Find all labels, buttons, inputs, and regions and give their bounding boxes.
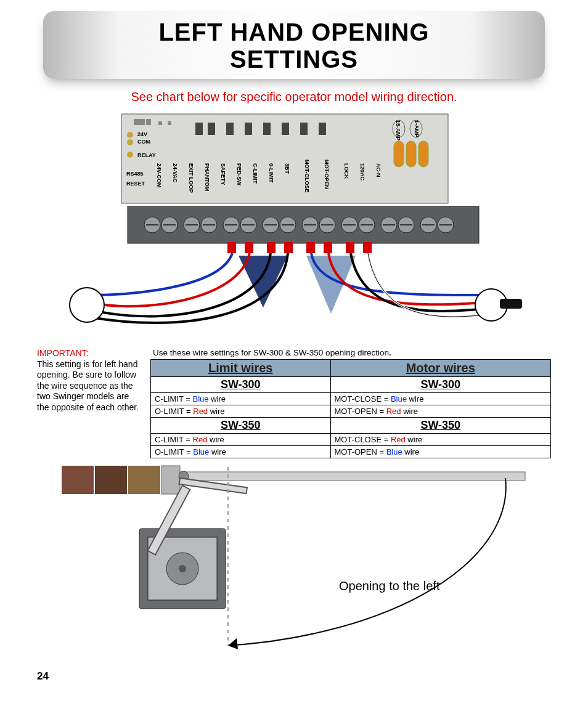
- page-title-line2: SETTINGS: [230, 46, 358, 73]
- terminal-label: MOT-OPEN: [324, 160, 330, 189]
- svg-rect-12: [319, 123, 326, 135]
- svg-rect-61: [363, 242, 372, 253]
- table-cell: C-LIMIT = Red wire: [151, 434, 331, 446]
- side-label: 24V: [137, 131, 147, 137]
- svg-rect-62: [500, 299, 522, 309]
- wiring-diagram: 24V COM RELAY RS485 RESET 15-AMP 1-AMP 2…: [54, 110, 534, 344]
- fuse-label: 15-AMP: [395, 120, 401, 140]
- terminal-label: MOT-CLOSE: [304, 160, 310, 193]
- terminal-label: PED-SW: [236, 163, 242, 186]
- svg-point-14: [127, 139, 133, 145]
- side-label: COM: [137, 139, 150, 145]
- opening-direction-label: Opening to the left: [339, 579, 440, 593]
- side-label: RS485: [126, 171, 144, 177]
- table-cell: MOT-CLOSE = Red wire: [330, 434, 551, 446]
- svg-rect-58: [306, 242, 315, 253]
- svg-rect-6: [208, 123, 215, 135]
- svg-rect-5: [195, 123, 203, 135]
- model-cell: SW-350: [151, 418, 331, 434]
- terminal-label: C-LIMIT: [252, 163, 258, 184]
- terminal-label: 24V-COM: [156, 163, 162, 188]
- table-cell: O-LIMIT = Red wire: [151, 405, 331, 418]
- table-cell: C-LIMIT = Blue wire: [151, 393, 331, 405]
- svg-point-72: [179, 565, 186, 572]
- important-label: IMPORTANT:: [37, 348, 89, 358]
- important-note: IMPORTANT: This setting is for left hand…: [37, 348, 150, 458]
- table-cell: O-LIMIT = Blue wire: [151, 446, 331, 458]
- svg-rect-67: [180, 472, 525, 481]
- side-label: RESET: [126, 181, 145, 187]
- svg-rect-11: [300, 123, 308, 135]
- terminal-label: SAFETY: [220, 163, 226, 185]
- model-cell: SW-350: [330, 418, 551, 434]
- left-cable-end-icon: [70, 288, 104, 322]
- svg-rect-8: [245, 123, 252, 135]
- page-number: 24: [37, 670, 551, 683]
- svg-rect-54: [227, 242, 236, 253]
- terminal-label: LOCK: [343, 163, 349, 179]
- terminal-label: 3BT: [284, 163, 290, 174]
- svg-rect-2: [146, 119, 151, 125]
- gate-opening-diagram: Opening to the left: [37, 461, 542, 652]
- terminal-label: 24-VAC: [172, 163, 178, 183]
- col-header-limit: Limit wires: [151, 360, 331, 377]
- svg-rect-4: [168, 121, 171, 125]
- terminal-label: 120AC: [359, 163, 365, 181]
- terminal-label: EXIT LOOP: [188, 163, 194, 193]
- important-text: This setting is for left hand opening. B…: [37, 359, 139, 412]
- wire-settings-table: Limit wires Motor wires SW-300 SW-300 C-…: [150, 359, 551, 458]
- side-label: RELAY: [137, 152, 156, 158]
- table-cell: MOT-OPEN = Red wire: [330, 405, 551, 418]
- svg-rect-63: [62, 466, 94, 494]
- terminal-label: PHANTOM: [204, 163, 210, 191]
- svg-rect-18: [394, 141, 404, 167]
- table-cell: MOT-OPEN = Blue wire: [330, 446, 551, 458]
- svg-rect-7: [226, 123, 234, 135]
- page-title-bar: LEFT HAND OPENING SETTINGS: [43, 11, 545, 79]
- fuse-label: 1-AMP: [414, 120, 420, 137]
- svg-rect-3: [158, 121, 162, 125]
- svg-rect-19: [406, 141, 416, 167]
- model-cell: SW-300: [330, 377, 551, 393]
- model-cell: SW-300: [151, 377, 331, 393]
- page-subtitle: See chart below for specific operator mo…: [37, 90, 551, 104]
- svg-rect-20: [419, 141, 428, 167]
- table-caption: Use these wire settings for SW-300 & SW-…: [153, 348, 551, 357]
- svg-marker-75: [228, 638, 238, 649]
- svg-rect-64: [95, 466, 127, 494]
- svg-rect-55: [245, 242, 253, 253]
- svg-point-13: [127, 132, 133, 138]
- svg-rect-9: [263, 123, 271, 135]
- swing-arc-icon: [228, 478, 506, 646]
- svg-rect-56: [267, 242, 276, 253]
- svg-rect-60: [346, 242, 354, 253]
- table-caption-text: Use these wire settings for SW-300 & SW-…: [153, 348, 389, 357]
- col-header-motor: Motor wires: [330, 360, 551, 377]
- svg-rect-1: [134, 119, 145, 125]
- svg-rect-65: [128, 466, 160, 494]
- page-title-line1: LEFT HAND OPENING: [158, 18, 429, 46]
- table-caption-dot: .: [389, 348, 391, 357]
- terminal-label: 0-LIMIT: [268, 163, 274, 183]
- svg-rect-66: [161, 466, 180, 494]
- svg-point-15: [127, 152, 133, 158]
- page-title: LEFT HAND OPENING SETTINGS: [55, 18, 533, 73]
- svg-rect-59: [324, 242, 332, 253]
- svg-rect-10: [282, 123, 289, 135]
- svg-rect-57: [284, 242, 293, 253]
- table-cell: MOT-CLOSE = Blue wire: [330, 393, 551, 405]
- terminal-label: AC-N: [375, 163, 382, 177]
